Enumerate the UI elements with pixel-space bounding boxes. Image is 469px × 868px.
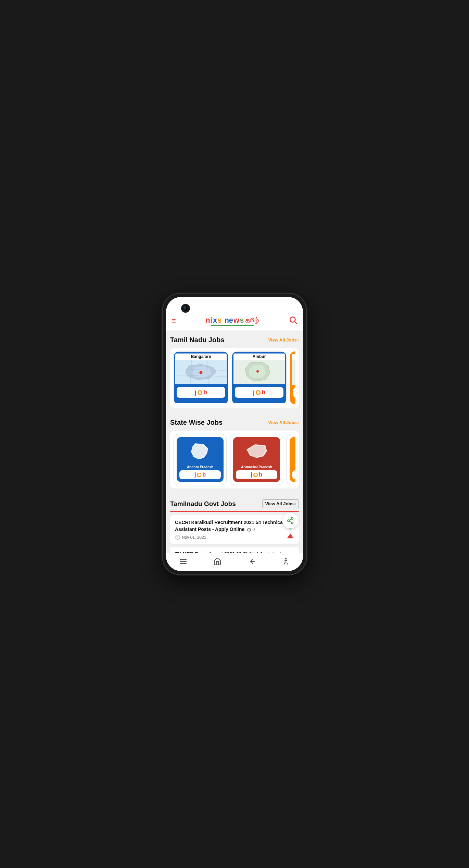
job-item-cecri-title: CECRI Karaikudi Recruitment 2021 54 Tech… <box>175 519 284 533</box>
svg-point-9 <box>256 370 259 373</box>
hamburger-menu[interactable]: ≡ <box>172 317 176 325</box>
section-header-state: State Wise Jobs View All Jobs › <box>170 419 299 426</box>
state-cards-container: Andhra Pradesh j b <box>170 431 299 488</box>
ariyalur-map <box>292 360 295 385</box>
andhra-map-area <box>188 440 212 464</box>
nav-home-button[interactable] <box>213 557 221 566</box>
nav-menu-button[interactable] <box>179 557 187 566</box>
job-item-cecri-left: CECRI Karaikudi Recruitment 2021 54 Tech… <box>175 519 284 540</box>
arunachal-name: Arunachal Pradesh <box>241 465 272 469</box>
view-all-state-button[interactable]: View All Jobs › <box>268 420 299 425</box>
state-card-andhra[interactable]: Andhra Pradesh j b <box>174 434 227 485</box>
logo-w2: w <box>233 316 239 325</box>
svg-point-21 <box>286 558 287 559</box>
logo-i: i <box>211 316 213 325</box>
svg-line-15 <box>289 521 291 522</box>
ariyalur-job-badge: j b <box>291 385 295 404</box>
view-all-govt-button[interactable]: View All Jobs › <box>262 499 299 508</box>
cecri-date: Nov 01, 2021 <box>182 535 206 540</box>
arunachal-map-area <box>245 440 269 464</box>
logo-n: n <box>205 316 210 325</box>
tamil-nadu-jobs-section: Tamil Nadu Jobs View All Jobs › <box>166 331 303 410</box>
govt-section-divider <box>170 511 299 512</box>
tn-cards-container: Bangalore <box>170 348 299 408</box>
city-card-ambur[interactable]: Ambur <box>232 351 287 404</box>
logo-ne: ne <box>224 316 233 325</box>
city-card-ariyalur[interactable]: Ariyalur <box>290 351 295 404</box>
state-section-title: State Wise Jobs <box>170 419 223 426</box>
city-name-ambur: Ambur <box>233 354 285 360</box>
svg-point-14 <box>291 522 293 524</box>
app-header: ≡ nixs news தமிழ் <box>166 297 303 331</box>
svg-rect-10 <box>293 360 295 385</box>
assam-card-inner: Assam j b <box>290 437 295 482</box>
govt-section-header: Tamilnadu Govt Jobs View All Jobs › <box>170 499 299 508</box>
svg-point-13 <box>288 520 290 522</box>
cecri-comment-count: 0 <box>253 527 255 532</box>
logo-s2: s <box>240 316 244 325</box>
tn-cards-scroll: Bangalore <box>174 351 295 404</box>
view-all-tn-button[interactable]: View All Jobs › <box>268 337 299 343</box>
arunachal-job-badge: j b <box>236 470 277 479</box>
tn-section-title: Tamil Nadu Jobs <box>170 336 225 344</box>
search-button[interactable] <box>289 315 297 326</box>
job-item-tnmrb[interactable]: TN MRB Recruitment 2021 06 Skilled Assis… <box>170 547 299 553</box>
state-card-arunachal[interactable]: Arunachal Pradesh j b <box>230 434 283 485</box>
job-item-cecri-meta: 🕐 Nov 01, 2021 <box>175 535 284 540</box>
bangalore-job-badge: j b <box>174 384 228 403</box>
ambur-map <box>233 360 285 384</box>
state-cards-scroll: Andhra Pradesh j b <box>174 434 295 485</box>
nav-accessibility-button[interactable] <box>282 557 290 566</box>
logo-tamil: தமிழ் <box>245 317 259 324</box>
andhra-card-inner: Andhra Pradesh j b <box>177 437 224 482</box>
clock-icon-cecri: 🕐 <box>175 535 180 540</box>
city-card-bangalore[interactable]: Bangalore <box>174 351 228 404</box>
section-header-tn: Tamil Nadu Jobs View All Jobs › <box>170 336 299 344</box>
job-item-cecri[interactable]: CECRI Karaikudi Recruitment 2021 54 Tech… <box>170 515 299 544</box>
scroll-top-fab[interactable] <box>284 531 296 544</box>
assam-job-badge: j b <box>292 470 295 479</box>
logo: nixs news தமிழ் <box>205 316 259 326</box>
fab-container <box>282 513 298 544</box>
share-fab[interactable] <box>282 513 298 529</box>
ambur-job-badge: j b <box>232 384 286 403</box>
city-name-bangalore: Bangalore <box>175 354 227 360</box>
nav-back-button[interactable] <box>248 557 256 566</box>
bottom-navigation <box>166 553 303 571</box>
andhra-name: Andhra Pradesh <box>187 465 213 469</box>
camera <box>182 305 189 312</box>
logo-x: x <box>213 316 217 325</box>
state-wise-jobs-section: State Wise Jobs View All Jobs › <box>166 413 303 491</box>
arunachal-card-inner: Arunachal Pradesh j b <box>233 437 280 482</box>
logo-underline <box>211 325 254 326</box>
andhra-job-badge: j b <box>179 470 221 479</box>
svg-line-1 <box>295 322 297 324</box>
city-name-ariyalur: Ariyalur <box>292 354 295 360</box>
svg-line-16 <box>289 519 291 520</box>
svg-point-3 <box>200 371 203 374</box>
state-card-assam[interactable]: Assam j b <box>287 434 295 485</box>
svg-point-12 <box>291 518 293 520</box>
logo-s: s <box>217 316 221 325</box>
govt-section-title: Tamilnadu Govt Jobs <box>170 500 236 508</box>
bangalore-map <box>175 360 227 384</box>
